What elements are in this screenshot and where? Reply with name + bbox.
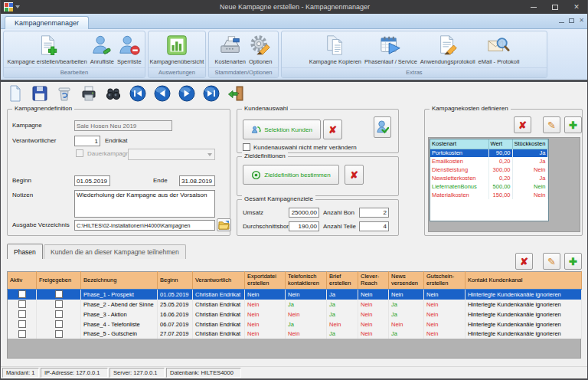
- red-x-icon: ✘: [328, 125, 337, 135]
- anzahl-bon-field[interactable]: 2: [359, 208, 389, 218]
- phasen-header-clever-reach[interactable]: Clever-Reach: [358, 272, 389, 290]
- kosten-row[interactable]: Newsletterkosten0,20Ja: [430, 174, 547, 182]
- search-button[interactable]: [103, 84, 123, 103]
- dauerkampagne-checkbox[interactable]: [76, 149, 83, 157]
- kosten-row[interactable]: Dienstleistung300,00Nein: [430, 165, 547, 174]
- optionen-button[interactable]: Optionen: [247, 32, 273, 67]
- kampagnenuebersicht-button[interactable]: Kampagnenübersicht: [149, 32, 206, 67]
- tab-kunden-teilnehmen[interactable]: Kunden die an dieser Kampagne teilnehmen: [44, 244, 186, 259]
- clear-zieldefinition-button[interactable]: ✘: [345, 165, 364, 185]
- kosten-header-wert[interactable]: Wert: [488, 139, 512, 149]
- phasen-header-kontakt[interactable]: Kontakt Kundenkanal: [466, 272, 582, 290]
- delete-button[interactable]: [54, 84, 74, 103]
- aktiv-checkbox[interactable]: [18, 300, 26, 308]
- previous-record-icon: [153, 84, 172, 103]
- freigegeben-checkbox[interactable]: [55, 310, 63, 318]
- freigegeben-checkbox[interactable]: [55, 320, 63, 328]
- mdi-minimize-button[interactable]: [559, 18, 564, 23]
- phasenlauf-service-button[interactable]: Phasenlauf / Service: [363, 32, 419, 67]
- phasen-header-bezeichnung[interactable]: Bezeichnung: [81, 272, 158, 290]
- browse-folder-button[interactable]: [217, 218, 231, 231]
- freigegeben-checkbox[interactable]: [55, 290, 63, 298]
- clear-kundenauswahl-button[interactable]: ✘: [323, 120, 342, 139]
- kosten-header-stueckkosten[interactable]: Stückkosten: [512, 139, 547, 149]
- document-tabstrip: Kampagnenmanager ✕: [1, 14, 588, 29]
- kampagne-field[interactable]: Sale Hosen Neu 2019: [74, 120, 172, 131]
- umsatz-field[interactable]: 25000,00: [289, 208, 319, 218]
- mdi-close-button[interactable]: ✕: [579, 17, 584, 24]
- kosten-row[interactable]: Materialkosten150,00Nein: [430, 191, 547, 199]
- phasen-header-exportdatei[interactable]: Exportdatei erstellen: [245, 272, 286, 290]
- kosten-edit-button[interactable]: ✎: [543, 116, 560, 133]
- mdi-window-controls: ✕: [559, 17, 584, 24]
- phase-add-button[interactable]: ✚: [564, 253, 582, 270]
- phasen-header-verantwortlich[interactable]: Verantwortlich: [193, 272, 245, 290]
- anzahl-teile-field[interactable]: 4: [359, 221, 389, 231]
- durchschnittsbon-field[interactable]: 190,00: [289, 221, 319, 231]
- kosten-delete-button[interactable]: ✘: [514, 116, 531, 133]
- maximize-button[interactable]: [544, 0, 566, 14]
- kosten-row[interactable]: Portokosten90,00Ja: [430, 149, 547, 157]
- aktiv-checkbox[interactable]: [18, 330, 26, 338]
- zieldefinition-bestimmen-button[interactable]: Zieldefinition bestimmen: [243, 165, 339, 185]
- aktiv-checkbox[interactable]: [18, 290, 26, 298]
- sperrliste-button[interactable]: Sperrliste: [116, 32, 143, 67]
- kosten-cell-wert: 300,00: [488, 165, 512, 174]
- minimize-button[interactable]: [523, 0, 544, 14]
- phase-cell-news: Nein: [389, 290, 424, 300]
- red-x-icon: ✘: [520, 257, 528, 267]
- freigegeben-checkbox[interactable]: [55, 300, 63, 308]
- phasen-header-aktiv[interactable]: Aktiv: [8, 272, 37, 290]
- email-protokoll-button[interactable]: eMail - Protokoll: [477, 32, 521, 67]
- phasen-header-telefonisch[interactable]: Telefonisch kontaktieren: [286, 272, 327, 290]
- anwendungsprotokoll-button[interactable]: Anwendungsprotokoll: [419, 32, 477, 67]
- phasen-header-freigegeben[interactable]: Freigegeben: [37, 272, 81, 290]
- folder-icon: [218, 220, 230, 230]
- beginn-field[interactable]: 01.05.2019: [74, 175, 110, 186]
- aktiv-checkbox[interactable]: [18, 320, 26, 328]
- exit-button[interactable]: [226, 84, 246, 103]
- print-button[interactable]: [79, 84, 99, 103]
- kampagne-kopieren-button[interactable]: Kampagne Kopieren: [308, 32, 363, 67]
- phase-delete-button[interactable]: ✘: [515, 253, 533, 270]
- close-button[interactable]: ✕: [566, 0, 587, 14]
- phase-row[interactable]: Phase_5 - Gutschein27.07.2019Christian E…: [8, 329, 582, 339]
- phase-row[interactable]: Phase_4 - Telefonliste06.07.2019Christia…: [8, 319, 582, 329]
- save-button[interactable]: [30, 84, 50, 103]
- kosten-row[interactable]: Emailkosten0,20Ja: [430, 157, 547, 165]
- kostenarten-button[interactable]: Kostenarten: [214, 32, 247, 67]
- new-button[interactable]: [5, 84, 25, 103]
- notizen-textarea[interactable]: Wiederholung der Kampagne aus der Vorsai…: [74, 190, 215, 218]
- kunden-pruefen-button[interactable]: [374, 116, 391, 138]
- tab-phasen[interactable]: Phasen: [7, 244, 43, 259]
- previous-record-button[interactable]: [152, 84, 172, 103]
- kosten-add-button[interactable]: ✚: [564, 116, 582, 133]
- app-window: Neue Kampagne erstellen - Kampagnenmanag…: [0, 0, 588, 380]
- tab-kampagnenmanager[interactable]: Kampagnenmanager: [5, 16, 89, 29]
- ende-field[interactable]: 31.08.2019: [179, 175, 215, 186]
- phasen-header-brief[interactable]: Brief erstellen: [327, 272, 358, 290]
- freigegeben-checkbox[interactable]: [55, 330, 63, 338]
- phase-row[interactable]: Phase_3 - Aktion16.06.2019Christian Endr…: [8, 310, 582, 319]
- kosten-header-kostenart[interactable]: Kostenart: [430, 139, 488, 149]
- anrufliste-button[interactable]: Anrufliste: [89, 32, 116, 67]
- dauerkampagne-combobox[interactable]: [128, 149, 215, 160]
- phasen-header-gutschein[interactable]: Gutschein-erstellen: [424, 272, 466, 290]
- ausgabe-verzeichnis-field[interactable]: C:\HILTES\02-Installationen\H4000\Kampag…: [74, 220, 215, 231]
- phasen-header-news[interactable]: News versenden: [389, 272, 424, 290]
- phase-edit-button[interactable]: ✎: [543, 253, 560, 270]
- first-record-button[interactable]: [128, 84, 148, 103]
- verantwortlicher-field[interactable]: 1: [74, 136, 100, 146]
- kundenauswahl-groupbox: Kundenauswahl Selektion Kunden ✘ Kundena…: [237, 109, 399, 153]
- aktiv-checkbox[interactable]: [18, 310, 26, 318]
- last-record-button[interactable]: [201, 84, 221, 103]
- mdi-restore-button[interactable]: [569, 18, 574, 23]
- kundenauswahl-fixieren-checkbox[interactable]: [243, 143, 250, 151]
- phase-row[interactable]: Phase_1 - Prospekt01.05.2019Christian En…: [8, 290, 582, 300]
- kosten-row[interactable]: LiefernatenBonus500,00Nein: [430, 182, 547, 191]
- selektion-kunden-button[interactable]: Selektion Kunden: [243, 120, 321, 139]
- phasen-header-beginn[interactable]: Beginn: [158, 272, 193, 290]
- kampagne-erstellen-button[interactable]: Kampagne erstellen/bearbeiten: [5, 32, 88, 67]
- phase-row[interactable]: Phase_2 - Abend der Sinne25.05.2019Chris…: [8, 300, 582, 310]
- next-record-button[interactable]: [177, 84, 197, 103]
